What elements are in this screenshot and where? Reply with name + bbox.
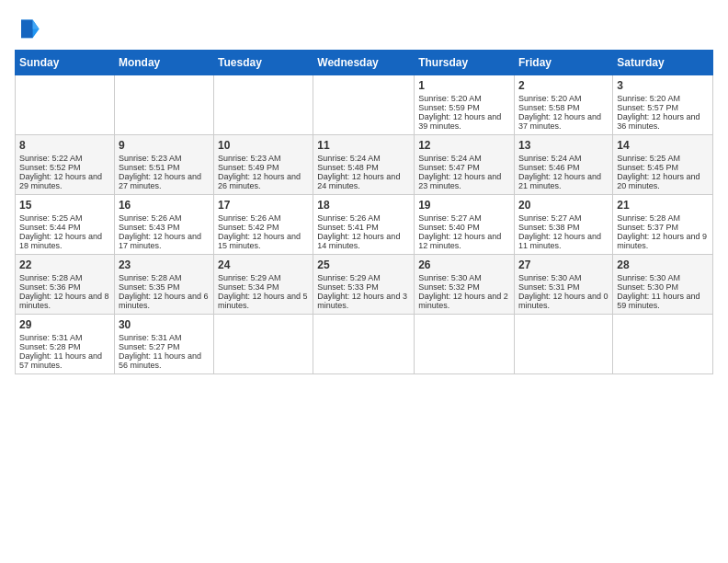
calendar-cell: 30Sunrise: 5:31 AMSunset: 5:27 PMDayligh… (114, 315, 213, 374)
day-number: 24 (218, 259, 309, 271)
calendar-cell: 10Sunrise: 5:23 AMSunset: 5:49 PMDayligh… (214, 135, 313, 195)
day-number: 17 (218, 199, 309, 212)
daylight-label: Daylight: 12 hours and 6 minutes. (119, 292, 209, 310)
sunrise: Sunrise: 5:23 AM (119, 154, 182, 163)
calendar-cell (415, 315, 515, 374)
daylight-label: Daylight: 12 hours and 36 minutes. (617, 112, 700, 131)
daylight-label: Daylight: 11 hours and 56 minutes. (119, 351, 201, 370)
weekday-header: Friday (515, 51, 613, 75)
sunrise: Sunrise: 5:27 AM (418, 213, 482, 223)
sunset: Sunset: 5:49 PM (218, 163, 279, 172)
day-number: 22 (19, 259, 110, 271)
sunset: Sunset: 5:38 PM (518, 223, 580, 232)
calendar-cell: 29Sunrise: 5:31 AMSunset: 5:28 PMDayligh… (16, 315, 115, 374)
day-number: 19 (418, 199, 510, 212)
weekday-header: Monday (114, 51, 213, 75)
calendar-cell: 2Sunrise: 5:20 AMSunset: 5:58 PMDaylight… (515, 75, 613, 135)
sunrise: Sunrise: 5:26 AM (218, 213, 281, 223)
calendar-cell: 24Sunrise: 5:29 AMSunset: 5:34 PMDayligh… (214, 255, 313, 315)
sunset: Sunset: 5:46 PM (518, 163, 580, 172)
sunrise: Sunrise: 5:28 AM (119, 273, 182, 282)
calendar-table: SundayMondayTuesdayWednesdayThursdayFrid… (15, 50, 713, 374)
day-number: 30 (119, 318, 210, 331)
calendar-week-row: 22Sunrise: 5:28 AMSunset: 5:36 PMDayligh… (16, 255, 713, 315)
daylight-label: Daylight: 12 hours and 3 minutes. (317, 292, 407, 310)
day-number: 28 (617, 259, 709, 271)
calendar-cell (214, 315, 313, 374)
day-number: 13 (518, 139, 609, 152)
day-number: 2 (518, 79, 609, 92)
day-number: 26 (418, 259, 510, 271)
day-number: 10 (218, 139, 309, 152)
weekday-header: Tuesday (214, 51, 313, 75)
calendar-cell (16, 75, 115, 135)
calendar-cell: 25Sunrise: 5:29 AMSunset: 5:33 PMDayligh… (313, 255, 415, 315)
daylight-label: Daylight: 12 hours and 2 minutes. (418, 292, 508, 310)
calendar-cell: 27Sunrise: 5:30 AMSunset: 5:31 PMDayligh… (515, 255, 613, 315)
sunset: Sunset: 5:27 PM (119, 342, 180, 351)
sunrise: Sunrise: 5:22 AM (19, 154, 83, 163)
calendar-cell (114, 75, 213, 135)
calendar-cell (214, 75, 313, 135)
sunset: Sunset: 5:43 PM (119, 223, 180, 232)
day-number: 12 (418, 139, 510, 152)
sunrise: Sunrise: 5:31 AM (119, 333, 182, 342)
calendar-cell: 19Sunrise: 5:27 AMSunset: 5:40 PMDayligh… (415, 195, 515, 255)
calendar-cell: 26Sunrise: 5:30 AMSunset: 5:32 PMDayligh… (415, 255, 515, 315)
day-number: 14 (617, 139, 709, 152)
day-number: 21 (617, 199, 709, 212)
calendar-cell: 20Sunrise: 5:27 AMSunset: 5:38 PMDayligh… (515, 195, 613, 255)
sunset: Sunset: 5:51 PM (119, 163, 180, 172)
sunset: Sunset: 5:34 PM (218, 282, 279, 292)
svg-marker-2 (33, 20, 40, 29)
sunset: Sunset: 5:59 PM (418, 103, 480, 112)
daylight-label: Daylight: 12 hours and 0 minutes. (518, 292, 609, 310)
day-number: 8 (19, 139, 110, 152)
daylight-label: Daylight: 12 hours and 21 minutes. (518, 172, 601, 190)
day-number: 23 (119, 259, 210, 271)
sunset: Sunset: 5:32 PM (418, 282, 480, 292)
calendar-cell: 1Sunrise: 5:20 AMSunset: 5:59 PMDaylight… (415, 75, 515, 135)
calendar-cell: 11Sunrise: 5:24 AMSunset: 5:48 PMDayligh… (313, 135, 415, 195)
daylight-label: Daylight: 12 hours and 14 minutes. (317, 232, 400, 250)
sunrise: Sunrise: 5:20 AM (518, 94, 582, 103)
calendar-week-row: 1Sunrise: 5:20 AMSunset: 5:59 PMDaylight… (16, 75, 713, 135)
svg-marker-1 (21, 20, 33, 39)
calendar-cell: 12Sunrise: 5:24 AMSunset: 5:47 PMDayligh… (415, 135, 515, 195)
sunset: Sunset: 5:41 PM (317, 223, 379, 232)
sunrise: Sunrise: 5:30 AM (617, 273, 680, 282)
daylight-label: Daylight: 11 hours and 59 minutes. (617, 292, 700, 310)
calendar-week-row: 29Sunrise: 5:31 AMSunset: 5:28 PMDayligh… (16, 315, 713, 374)
sunset: Sunset: 5:57 PM (617, 103, 678, 112)
daylight-label: Daylight: 12 hours and 26 minutes. (218, 172, 301, 190)
sunset: Sunset: 5:58 PM (518, 103, 580, 112)
sunset: Sunset: 5:45 PM (617, 163, 678, 172)
daylight-label: Daylight: 12 hours and 37 minutes. (518, 112, 601, 131)
daylight-label: Daylight: 12 hours and 11 minutes. (518, 232, 601, 250)
calendar-cell: 21Sunrise: 5:28 AMSunset: 5:37 PMDayligh… (613, 195, 713, 255)
daylight-label: Daylight: 12 hours and 9 minutes. (617, 232, 707, 250)
sunset: Sunset: 5:37 PM (617, 223, 678, 232)
sunset: Sunset: 5:52 PM (19, 163, 81, 172)
day-number: 29 (19, 318, 110, 331)
sunrise: Sunrise: 5:26 AM (317, 213, 381, 223)
daylight-label: Daylight: 12 hours and 12 minutes. (418, 232, 501, 250)
weekday-header: Thursday (415, 51, 515, 75)
sunset: Sunset: 5:35 PM (119, 282, 180, 292)
day-number: 3 (617, 79, 709, 92)
sunset: Sunset: 5:36 PM (19, 282, 81, 292)
calendar-cell: 9Sunrise: 5:23 AMSunset: 5:51 PMDaylight… (114, 135, 213, 195)
page-header (15, 15, 713, 40)
sunset: Sunset: 5:31 PM (518, 282, 580, 292)
daylight-label: Daylight: 12 hours and 23 minutes. (418, 172, 501, 190)
daylight-label: Daylight: 11 hours and 57 minutes. (19, 351, 102, 370)
sunset: Sunset: 5:40 PM (418, 223, 480, 232)
sunrise: Sunrise: 5:24 AM (317, 154, 381, 163)
calendar-cell: 17Sunrise: 5:26 AMSunset: 5:42 PMDayligh… (214, 195, 313, 255)
sunset: Sunset: 5:30 PM (617, 282, 678, 292)
calendar-cell: 16Sunrise: 5:26 AMSunset: 5:43 PMDayligh… (114, 195, 213, 255)
sunset: Sunset: 5:48 PM (317, 163, 379, 172)
calendar-cell: 18Sunrise: 5:26 AMSunset: 5:41 PMDayligh… (313, 195, 415, 255)
calendar-cell (515, 315, 613, 374)
calendar-week-row: 15Sunrise: 5:25 AMSunset: 5:44 PMDayligh… (16, 195, 713, 255)
